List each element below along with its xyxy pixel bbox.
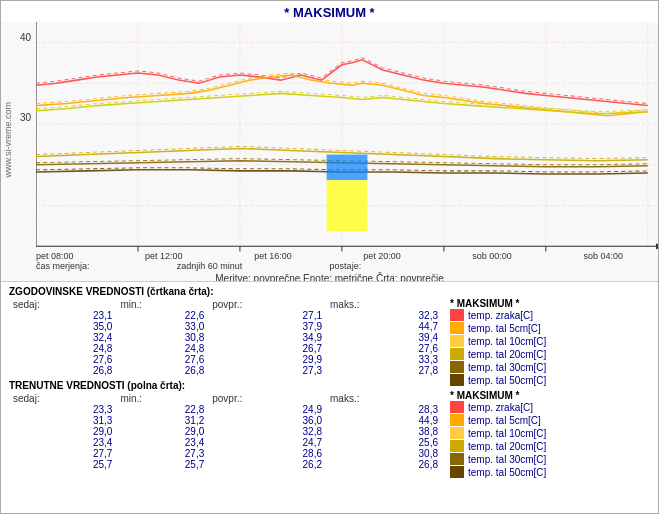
bottom-section: ZGODOVINSKE VREDNOSTI (črtkana črta): se…: [1, 282, 658, 513]
trenutne-title: TRENUTNE VREDNOSTI (polna črta):: [9, 380, 442, 391]
table-cell: 23,4: [9, 437, 116, 448]
legend-item: temp. tal 50cm[C]: [450, 466, 650, 478]
svg-rect-17: [327, 155, 368, 180]
x-sublabel-2: postaje:: [330, 261, 362, 271]
table-row: 27,627,629,933,3: [9, 354, 442, 365]
table-cell: 23,4: [116, 437, 208, 448]
legend-item: temp. zraka[C]: [450, 401, 650, 413]
table-row: 24,824,826,727,6: [9, 343, 442, 354]
table-cell: 38,8: [326, 426, 442, 437]
legend-item: temp. tal 30cm[C]: [450, 453, 650, 465]
legend-item: temp. tal 10cm[C]: [450, 427, 650, 439]
x-sublabel-1: zadnjih 60 minut: [177, 261, 243, 271]
table-cell: 32,4: [9, 332, 116, 343]
table-cell: 27,6: [9, 354, 116, 365]
legend-item: temp. tal 5cm[C]: [450, 414, 650, 426]
y-label-40: 40: [1, 32, 31, 43]
table-cell: 29,0: [9, 426, 116, 437]
legend-label-text: temp. tal 10cm[C]: [468, 336, 546, 347]
table-cell: 35,0: [9, 321, 116, 332]
legend-label-text: temp. tal 20cm[C]: [468, 441, 546, 452]
legend-item: temp. tal 50cm[C]: [450, 374, 650, 386]
table-cell: 37,9: [208, 321, 326, 332]
th-sedaj2: sedaj:: [9, 393, 116, 404]
table-cell: 44,7: [326, 321, 442, 332]
legend-label-text: temp. tal 30cm[C]: [468, 454, 546, 465]
table-row: 31,331,236,044,9: [9, 415, 442, 426]
legend-item: temp. tal 20cm[C]: [450, 440, 650, 452]
table-cell: 22,8: [116, 404, 208, 415]
table-cell: 31,3: [9, 415, 116, 426]
table-row: 26,826,827,327,8: [9, 365, 442, 376]
table-cell: 27,1: [208, 310, 326, 321]
legend-label-text: temp. tal 5cm[C]: [468, 415, 541, 426]
table-row: 29,029,032,838,8: [9, 426, 442, 437]
legend-color-box: [450, 335, 464, 347]
table-cell: 28,6: [208, 448, 326, 459]
table-cell: 33,3: [326, 354, 442, 365]
table-row: 32,430,834,939,4: [9, 332, 442, 343]
table-cell: 24,7: [208, 437, 326, 448]
table-cell: 34,9: [208, 332, 326, 343]
zgodovinske-table: sedaj: min.: povpr.: maks.: 23,122,627,1…: [9, 299, 442, 376]
legend-label-text: temp. tal 50cm[C]: [468, 467, 546, 478]
legend-color-box: [450, 401, 464, 413]
legend-section: * MAKSIMUM * temp. zraka[C]temp. tal 5cm…: [450, 286, 650, 509]
legend-color-box: [450, 374, 464, 386]
legend-color-box: [450, 427, 464, 439]
meritve-line: Meritve: povprečne Enote: metrične Črta:…: [1, 271, 658, 282]
table-cell: 29,9: [208, 354, 326, 365]
table-cell: 25,6: [326, 437, 442, 448]
table-cell: 27,3: [116, 448, 208, 459]
table-cell: 26,8: [9, 365, 116, 376]
chart-area: 40 30 www.si-vreme.com: [1, 22, 658, 282]
chart-svg: [36, 22, 658, 254]
th-povpr: povpr.:: [208, 299, 326, 310]
legend-label-text: temp. tal 30cm[C]: [468, 362, 546, 373]
svg-rect-16: [327, 180, 368, 231]
table-cell: 28,3: [326, 404, 442, 415]
th-povpr2: povpr.:: [208, 393, 326, 404]
x-sublabel-0: čas merjenja:: [36, 261, 90, 271]
table-cell: 27,3: [208, 365, 326, 376]
watermark: www.si-vreme.com: [3, 102, 13, 178]
table-cell: 27,8: [326, 365, 442, 376]
th-min2: min.:: [116, 393, 208, 404]
legend-item: temp. zraka[C]: [450, 309, 650, 321]
legend-color-box: [450, 414, 464, 426]
table-cell: 26,8: [326, 459, 442, 470]
table-cell: 24,9: [208, 404, 326, 415]
zgodovinske-title: ZGODOVINSKE VREDNOSTI (črtkana črta):: [9, 286, 442, 297]
legend-color-box: [450, 453, 464, 465]
chart-title: * MAKSIMUM *: [1, 1, 658, 22]
table-row: 25,725,726,226,8: [9, 459, 442, 470]
table-cell: 24,8: [9, 343, 116, 354]
legend-title-1: * MAKSIMUM *: [450, 298, 650, 309]
table-cell: 31,2: [116, 415, 208, 426]
trenutne-table: sedaj: min.: povpr.: maks.: 23,322,824,9…: [9, 393, 442, 470]
th-maks: maks.:: [326, 299, 442, 310]
legend-item: temp. tal 5cm[C]: [450, 322, 650, 334]
legend-label-text: temp. zraka[C]: [468, 402, 533, 413]
table-cell: 25,7: [9, 459, 116, 470]
table-cell: 27,6: [116, 354, 208, 365]
table-cell: 27,7: [9, 448, 116, 459]
legend-label-text: temp. tal 20cm[C]: [468, 349, 546, 360]
table-cell: 26,8: [116, 365, 208, 376]
table-cell: 30,8: [116, 332, 208, 343]
th-maks2: maks.:: [326, 393, 442, 404]
legend-color-box: [450, 348, 464, 360]
table-section: ZGODOVINSKE VREDNOSTI (črtkana črta): se…: [9, 286, 442, 509]
table-cell: 25,7: [116, 459, 208, 470]
legend-item: temp. tal 10cm[C]: [450, 335, 650, 347]
legend-item: temp. tal 20cm[C]: [450, 348, 650, 360]
table-cell: 39,4: [326, 332, 442, 343]
legend-color-box: [450, 309, 464, 321]
table-row: 23,322,824,928,3: [9, 404, 442, 415]
legend-title-2: * MAKSIMUM *: [450, 390, 650, 401]
table-cell: 44,9: [326, 415, 442, 426]
table-cell: 36,0: [208, 415, 326, 426]
table-cell: 33,0: [116, 321, 208, 332]
legend-label-text: temp. tal 10cm[C]: [468, 428, 546, 439]
th-sedaj: sedaj:: [9, 299, 116, 310]
